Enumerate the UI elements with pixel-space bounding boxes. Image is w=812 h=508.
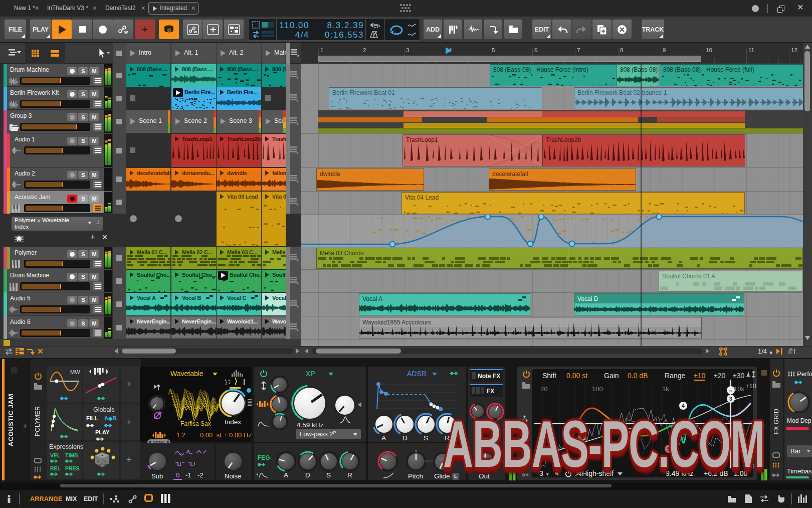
svg-text:MW: MW bbox=[70, 369, 80, 375]
svg-text:w: w bbox=[193, 30, 197, 34]
svg-text:w: w bbox=[124, 30, 128, 35]
